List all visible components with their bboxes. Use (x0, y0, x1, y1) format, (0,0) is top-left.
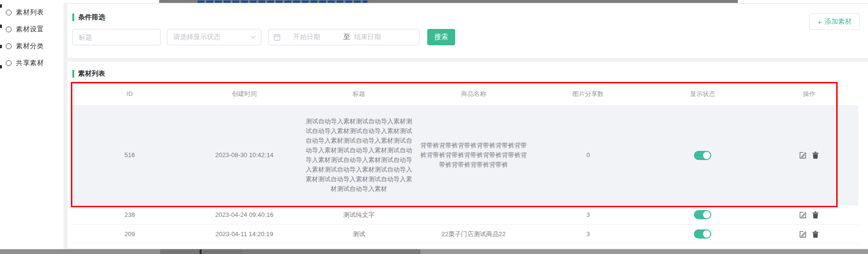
col-shares: 图片分享数 (531, 89, 646, 99)
cell-title: 测试 (301, 229, 416, 239)
sidebar-item-label: 共享素材 (16, 59, 44, 67)
col-id: ID (72, 89, 187, 99)
sidebar-item-label: 素材列表 (16, 8, 44, 17)
cell-title: 测试自动导入素材测试自动导入素材测试自动导入素材测试自动导入素材测试自动导入素材… (301, 117, 416, 194)
sidebar-item-shared-material[interactable]: 共享素材 (0, 54, 64, 71)
cell-display-status (645, 210, 760, 219)
clipped-bottom-bar (0, 249, 868, 254)
bottom-bar-segment (242, 249, 420, 254)
edit-icon[interactable] (799, 151, 807, 159)
accent-bar (72, 13, 74, 21)
date-separator: 至 (343, 33, 350, 41)
bottom-bar-segment (420, 249, 868, 254)
date-range-picker[interactable]: 开始日期 至 结束日期 (268, 29, 420, 45)
sidebar-item-material-list[interactable]: 素材列表 (0, 4, 64, 21)
col-product: 商品名称 (416, 89, 531, 99)
delete-icon[interactable] (812, 211, 819, 219)
filter-row: 请选择显示状态 开始日期 至 结束日期 搜索 (72, 29, 455, 45)
sidebar-item-material-settings[interactable]: 素材设置 (0, 21, 64, 38)
edit-icon[interactable] (799, 211, 807, 219)
bottom-bar-divider (200, 249, 202, 254)
cell-id: 209 (72, 229, 187, 239)
cell-created: 2023-04-11 14:20:19 (187, 229, 302, 239)
cell-title: 测试纯文字 (301, 210, 416, 220)
table-row: 516 2023-08-30 10:42:14 测试自动导入素材测试自动导入素材… (72, 105, 858, 205)
cell-id: 516 (72, 150, 187, 160)
plus-icon: + (817, 18, 822, 26)
circle-icon (6, 43, 12, 49)
table-row: 209 2023-04-11 14:20:19 测试 22栗子门店测试商品22 … (72, 225, 858, 244)
table-section-title: 素材列表 (72, 69, 105, 78)
clipped-link-text (198, 0, 367, 3)
cell-actions (760, 151, 858, 159)
accent-bar (72, 70, 74, 78)
material-table: ID 创建时间 标题 商品名称 图片分享数 显示状态 操作 516 2023-0… (72, 83, 858, 244)
add-material-label: 添加素材 (825, 17, 852, 26)
edge-tick (0, 4, 2, 8)
table-row: 238 2023-04-24 09:40:16 测试纯文字 3 (72, 205, 858, 225)
title-input[interactable] (72, 29, 161, 45)
table-header-row: ID 创建时间 标题 商品名称 图片分享数 显示状态 操作 (72, 83, 858, 105)
display-toggle[interactable] (694, 151, 711, 160)
col-title: 标题 (301, 89, 416, 99)
sidebar: 素材列表 素材设置 素材分类 共享素材 (0, 3, 64, 249)
filter-card: 条件筛选 + 添加素材 请选择显示状态 开始日期 至 结束日期 搜索 (68, 4, 868, 58)
display-status-select[interactable]: 请选择显示状态 (167, 29, 261, 45)
cell-display-status (645, 229, 760, 239)
cell-actions (760, 211, 858, 219)
edge-tick (0, 25, 2, 28)
sidebar-item-label: 素材分类 (16, 42, 44, 51)
circle-icon (6, 10, 12, 15)
sidebar-item-label: 素材设置 (16, 25, 44, 34)
filter-section-title: 条件筛选 (72, 13, 105, 22)
col-created: 创建时间 (187, 89, 302, 99)
clipped-top-bar (159, 0, 738, 3)
edge-tick (0, 45, 2, 48)
cell-id: 238 (72, 210, 187, 220)
sidebar-item-material-category[interactable]: 素材分类 (0, 38, 64, 54)
cell-product: 22栗子门店测试商品22 (416, 229, 531, 239)
edit-icon[interactable] (799, 230, 807, 238)
cell-shares: 0 (531, 150, 646, 160)
display-toggle[interactable] (694, 229, 711, 239)
add-material-button[interactable]: + 添加素材 (809, 13, 860, 30)
search-button[interactable]: 搜索 (427, 29, 455, 45)
end-date-placeholder: 结束日期 (354, 33, 400, 41)
cell-product: 背带裤背带裤背带裤背带裤背带裤背带裤背带裤背带裤背带裤背带裤背带裤背带裤背带裤背… (416, 141, 531, 170)
circle-icon (6, 60, 12, 66)
start-date-placeholder: 开始日期 (293, 33, 339, 41)
cell-created: 2023-04-24 09:40:16 (187, 210, 302, 220)
material-list-card: 素材列表 ID 创建时间 标题 商品名称 图片分享数 显示状态 操作 516 2… (68, 62, 868, 248)
col-display-status: 显示状态 (645, 89, 760, 99)
delete-icon[interactable] (812, 230, 819, 238)
display-toggle[interactable] (694, 210, 711, 219)
cell-actions (760, 230, 858, 238)
circle-icon (6, 27, 12, 32)
chevron-down-icon (250, 34, 256, 40)
col-actions: 操作 (760, 89, 858, 99)
edge-tick (0, 65, 2, 68)
cell-shares: 3 (531, 229, 646, 239)
cell-shares: 3 (531, 210, 646, 220)
cell-display-status (645, 151, 760, 160)
delete-icon[interactable] (812, 151, 819, 159)
calendar-icon (273, 34, 281, 41)
cell-created: 2023-08-30 10:42:14 (187, 150, 302, 160)
